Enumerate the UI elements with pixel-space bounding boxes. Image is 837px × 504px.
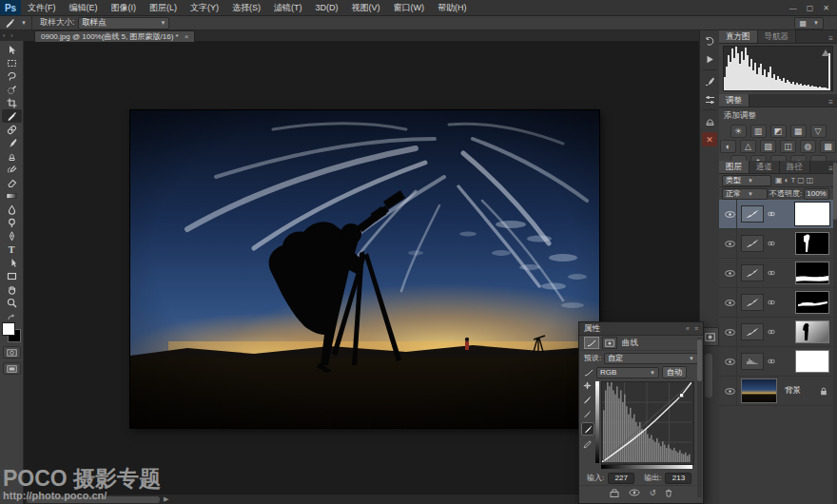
tab-navigator[interactable]: 导航器 (758, 30, 797, 43)
black-point-eyedropper-icon[interactable] (581, 394, 593, 405)
sample-size-dropdown[interactable]: 取样点 ▼ (78, 17, 169, 29)
menu-type[interactable]: 文字(Y) (184, 0, 225, 15)
blur-tool[interactable] (2, 203, 22, 216)
adjustment-channel-mixer-icon[interactable]: ◍ (800, 140, 816, 153)
dock-icon-alert-panel[interactable]: ✕ (702, 132, 717, 146)
layer-filter-dropdown[interactable]: 类型 ▼ (722, 175, 771, 186)
type-tool[interactable]: T (2, 242, 22, 256)
delete-adjustment-trash-icon[interactable] (665, 489, 672, 497)
layer-row-curves-4[interactable] (719, 229, 833, 259)
curves-adjustment-thumb[interactable] (741, 235, 764, 252)
input-value[interactable]: 227 (608, 473, 634, 484)
marquee-tool[interactable] (2, 56, 22, 69)
auto-button[interactable]: 自动 (662, 366, 687, 378)
mask-link-icon[interactable] (768, 269, 775, 277)
adjustment-photo-filter-icon[interactable]: ◫ (780, 140, 796, 153)
healing-brush-tool[interactable] (2, 123, 22, 136)
dock-icon-history-panel[interactable] (702, 34, 717, 48)
output-value[interactable]: 213 (665, 473, 691, 484)
menu-window[interactable]: 窗口(W) (387, 0, 432, 15)
layer-visibility-toggle[interactable] (723, 347, 737, 376)
gray-point-eyedropper-icon[interactable] (581, 408, 593, 419)
mask-link-icon[interactable] (768, 358, 775, 365)
menu-help[interactable]: 帮助(H) (431, 0, 474, 15)
layer-visibility-toggle[interactable] (723, 259, 737, 287)
pen-tool[interactable] (2, 229, 22, 242)
layer-row-curves-3[interactable] (719, 259, 833, 288)
document-close-icon[interactable]: × (185, 32, 189, 41)
close-icon[interactable]: ✕ (823, 4, 829, 12)
layer-visibility-toggle[interactable] (723, 229, 737, 258)
opacity-value[interactable]: 100% (804, 188, 828, 200)
filter-smart-object-icon[interactable]: ◫ (807, 176, 814, 184)
adjustment-exposure-icon[interactable]: ▦ (790, 125, 807, 138)
hand-tool[interactable] (2, 282, 22, 296)
layers-scrollbar-thumb[interactable] (833, 163, 837, 220)
preset-dropdown[interactable]: 自定 ▼ (604, 353, 698, 364)
tab-layers[interactable]: 图层 (719, 161, 749, 173)
curves-view-chip[interactable] (584, 337, 599, 349)
curves-adjustment-thumb[interactable] (741, 323, 764, 340)
gradient-tool[interactable] (2, 189, 22, 203)
layer-visibility-toggle[interactable] (723, 318, 737, 346)
panel-menu-icon[interactable]: ≡ (828, 34, 837, 43)
tab-histogram[interactable]: 直方图 (719, 30, 758, 43)
menu-filter[interactable]: 滤镜(T) (267, 0, 309, 15)
layer-row-curves-2[interactable] (719, 288, 833, 318)
mask-link-icon[interactable] (768, 210, 775, 218)
menu-view[interactable]: 视图(V) (345, 0, 387, 15)
filter-shape-icon[interactable]: ▢ (797, 176, 805, 184)
dock-icon-tool-presets-panel[interactable] (702, 92, 717, 107)
toolbar-collapse-icon[interactable]: ‹ › (3, 32, 15, 39)
adjustment-color-balance-icon[interactable]: △ (740, 140, 756, 153)
workspace-switcher[interactable]: ▦ ▼ (794, 17, 824, 29)
blend-mode-dropdown[interactable]: 正常 ▼ (722, 188, 768, 200)
minimize-icon[interactable]: — (789, 4, 797, 12)
reset-adjustment-icon[interactable]: ↺ (650, 489, 656, 497)
clip-to-layer-icon[interactable] (610, 489, 619, 497)
active-tool-chip[interactable]: ▼ (0, 16, 32, 29)
tab-channels[interactable]: 通道 (749, 161, 780, 173)
adjustment-levels-icon[interactable]: ▥ (750, 125, 767, 138)
properties-scrollbar[interactable] (697, 338, 702, 497)
mask-view-chip[interactable] (602, 337, 617, 349)
foreground-color-swatch[interactable] (2, 322, 15, 336)
dock-scrollbar-thumb[interactable] (705, 354, 712, 397)
curve-pencil-icon[interactable] (581, 438, 593, 450)
histogram-refresh-warning-icon[interactable] (822, 49, 829, 56)
layer-mask-thumb-streak[interactable] (795, 291, 829, 314)
layers-scrollbar[interactable] (833, 161, 837, 504)
eyedropper-tool[interactable] (2, 109, 22, 123)
screen-mode-button[interactable] (3, 362, 21, 375)
menu-image[interactable]: 图像(I) (105, 0, 144, 15)
curves-adjustment-thumb[interactable] (741, 205, 764, 223)
panel-menu-icon[interactable]: ≡ (694, 325, 698, 332)
layer-row-levels[interactable] (719, 347, 833, 377)
adjustment-hue-saturation-icon[interactable]: ◐ (720, 140, 736, 153)
dock-icon-clone-source-panel[interactable] (702, 114, 717, 128)
tab-adjustments[interactable]: 调整 (719, 94, 749, 107)
clone-stamp-tool[interactable] (2, 149, 22, 163)
layer-mask-thumb-bottom-band[interactable] (795, 262, 829, 284)
mask-link-icon[interactable] (768, 328, 775, 336)
zoom-tool[interactable] (2, 296, 22, 309)
adjustment-vibrance-icon[interactable]: ▽ (810, 125, 827, 138)
layer-mask-thumb-gradient-figure[interactable] (795, 320, 829, 343)
properties-title-bar[interactable]: 属性 « ≡ (579, 322, 703, 336)
layer-mask-thumb-figure[interactable] (795, 232, 829, 255)
toggle-visibility-eye-icon[interactable] (629, 489, 640, 496)
adjustment-black-white-icon[interactable]: ▧ (760, 140, 776, 153)
layer-mask-thumb-white[interactable] (795, 350, 829, 373)
filter-adjustment-icon[interactable]: ◐ (785, 176, 789, 184)
channel-dropdown[interactable]: RGB ▼ (596, 367, 659, 378)
curves-adjustment-thumb[interactable] (741, 294, 764, 311)
adjustment-color-lookup-icon[interactable]: ▩ (820, 140, 836, 153)
layer-row-curves-5[interactable] (719, 200, 833, 229)
menu-edit[interactable]: 编辑(E) (63, 0, 105, 15)
layer-visibility-toggle[interactable] (723, 377, 737, 405)
panel-menu-icon[interactable]: ≡ (828, 98, 837, 107)
crop-tool[interactable] (2, 96, 22, 109)
layer-row-curves-1[interactable] (719, 318, 833, 347)
filter-pixel-icon[interactable]: ▣ (775, 176, 783, 184)
brush-tool[interactable] (2, 136, 22, 149)
